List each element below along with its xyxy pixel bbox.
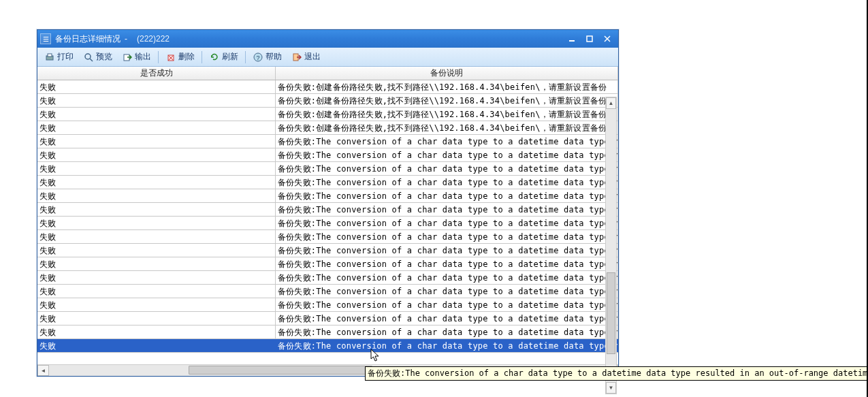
cell-status: 失败	[37, 230, 276, 243]
vscroll-thumb[interactable]	[607, 272, 615, 354]
cell-status: 失败	[37, 298, 276, 311]
toolbar-separator	[202, 51, 202, 63]
window-subtitle: (222)222	[137, 34, 170, 44]
maximize-button[interactable]	[581, 33, 598, 44]
cell-desc: 备份失败:创建备份路径失败,找不到路径\\192.168.4.34\beifen…	[276, 80, 618, 93]
title-bar[interactable]: ☰ 备份日志详细情况 - (222)222	[37, 30, 618, 48]
cell-desc: 备份失败:The conversion of a char data type …	[276, 312, 618, 325]
table-row[interactable]: 失败备份失败:The conversion of a char data typ…	[37, 285, 618, 298]
help-label: 帮助	[266, 51, 282, 63]
cell-status: 失败	[37, 312, 276, 325]
help-button[interactable]: ? 帮助	[248, 50, 286, 65]
exit-label: 退出	[304, 51, 321, 63]
svg-line-7	[90, 59, 93, 61]
cell-desc: 备份失败:创建备份路径失败,找不到路径\\192.168.4.34\beifen…	[276, 108, 618, 121]
cell-desc: 备份失败:The conversion of a char data type …	[276, 244, 618, 257]
cell-status: 失败	[37, 339, 276, 352]
scroll-left-button[interactable]: ◄	[37, 365, 49, 376]
table-row[interactable]: 失败备份失败:The conversion of a char data typ…	[37, 135, 618, 148]
cell-status: 失败	[37, 176, 276, 189]
cell-status: 失败	[37, 94, 276, 107]
table-row[interactable]: 失败备份失败:The conversion of a char data typ…	[37, 339, 618, 353]
delete-button[interactable]: 删除	[161, 50, 199, 65]
column-header-status[interactable]: 是否成功	[37, 67, 276, 80]
scroll-up-button[interactable]: ▲	[606, 97, 616, 109]
preview-button[interactable]: 预览	[79, 50, 116, 65]
preview-label: 预览	[96, 51, 112, 63]
table-row[interactable]: 失败备份失败:创建备份路径失败,找不到路径\\192.168.4.34\beif…	[37, 94, 618, 108]
grid-body[interactable]: 失败备份失败:创建备份路径失败,找不到路径\\192.168.4.34\beif…	[37, 80, 618, 364]
hscroll-thumb[interactable]	[189, 366, 372, 375]
table-row[interactable]: 失败备份失败:The conversion of a char data typ…	[37, 148, 618, 162]
cell-status: 失败	[37, 80, 276, 93]
svg-rect-1	[587, 36, 592, 42]
cell-desc: 备份失败:The conversion of a char data type …	[276, 162, 618, 175]
delete-icon	[165, 52, 176, 63]
cell-status: 失败	[37, 271, 276, 284]
table-row[interactable]: 失败备份失败:创建备份路径失败,找不到路径\\192.168.4.34\beif…	[37, 121, 618, 135]
export-button[interactable]: 输出	[118, 50, 155, 65]
cell-status: 失败	[37, 217, 276, 229]
window-title-sep: -	[125, 34, 127, 44]
table-row[interactable]: 失败备份失败:The conversion of a char data typ…	[37, 230, 618, 244]
table-row[interactable]: 失败备份失败:The conversion of a char data typ…	[37, 298, 618, 312]
cell-desc: 备份失败:创建备份路径失败,找不到路径\\192.168.4.34\beifen…	[276, 121, 618, 134]
cell-status: 失败	[37, 203, 276, 216]
scroll-down-button[interactable]: ▼	[606, 382, 616, 394]
cell-status: 失败	[37, 135, 276, 148]
table-row[interactable]: 失败备份失败:The conversion of a char data typ…	[37, 217, 618, 230]
cell-status: 失败	[37, 121, 276, 134]
table-row[interactable]: 失败备份失败:The conversion of a char data typ…	[37, 244, 618, 257]
grid-header[interactable]: 是否成功 备份说明	[37, 67, 618, 80]
toolbar-separator	[158, 51, 159, 63]
magnifier-icon	[83, 52, 94, 63]
cell-status: 失败	[37, 257, 276, 270]
close-button[interactable]	[599, 33, 615, 44]
cell-status: 失败	[37, 325, 276, 338]
table-row[interactable]: 失败备份失败:创建备份路径失败,找不到路径\\192.168.4.34\beif…	[37, 108, 618, 121]
svg-text:?: ?	[256, 54, 259, 61]
cell-status: 失败	[37, 285, 276, 298]
tooltip: 备份失败:The conversion of a char data type …	[365, 366, 868, 381]
toolbar-separator	[245, 51, 246, 63]
delete-label: 删除	[178, 51, 195, 63]
svg-rect-5	[48, 54, 52, 57]
table-row[interactable]: 失败备份失败:The conversion of a char data typ…	[37, 271, 618, 285]
window-title: 备份日志详细情况	[55, 33, 120, 45]
toolbar: 打印 预览 输出 删除 刷新 ? 帮助 退出	[37, 48, 618, 67]
cell-desc: 备份失败:The conversion of a char data type …	[276, 148, 618, 161]
print-button[interactable]: 打印	[40, 50, 78, 65]
cell-desc: 备份失败:创建备份路径失败,找不到路径\\192.168.4.34\beifen…	[276, 94, 618, 107]
minimize-button[interactable]	[564, 33, 580, 44]
cell-desc: 备份失败:The conversion of a char data type …	[276, 298, 618, 311]
table-row[interactable]: 失败备份失败:The conversion of a char data typ…	[37, 257, 618, 271]
table-row[interactable]: 失败备份失败:The conversion of a char data typ…	[37, 203, 618, 217]
refresh-button[interactable]: 刷新	[205, 50, 242, 65]
column-header-desc[interactable]: 备份说明	[276, 67, 618, 80]
log-detail-window: ☰ 备份日志详细情况 - (222)222 打印 预览 输出 删除	[37, 29, 619, 377]
table-row[interactable]: 失败备份失败:创建备份路径失败,找不到路径\\192.168.4.34\beif…	[37, 80, 618, 94]
table-row[interactable]: 失败备份失败:The conversion of a char data typ…	[37, 162, 618, 176]
table-row[interactable]: 失败备份失败:The conversion of a char data typ…	[37, 325, 618, 339]
vscroll-track[interactable]	[606, 109, 616, 382]
cell-desc: 备份失败:The conversion of a char data type …	[276, 189, 618, 202]
table-row[interactable]: 失败备份失败:The conversion of a char data typ…	[37, 176, 618, 189]
vertical-scrollbar[interactable]: ▲ ▼	[605, 97, 617, 394]
table-row[interactable]: 失败备份失败:The conversion of a char data typ…	[37, 189, 618, 203]
cell-desc: 备份失败:The conversion of a char data type …	[276, 217, 618, 229]
cell-desc: 备份失败:The conversion of a char data type …	[276, 135, 618, 148]
cell-desc: 备份失败:The conversion of a char data type …	[276, 271, 618, 284]
refresh-label: 刷新	[222, 51, 238, 63]
table-row[interactable]: 失败备份失败:The conversion of a char data typ…	[37, 312, 618, 325]
cell-status: 失败	[37, 108, 276, 121]
app-icon: ☰	[40, 33, 51, 44]
data-grid: 是否成功 备份说明 失败备份失败:创建备份路径失败,找不到路径\\192.168…	[37, 67, 618, 376]
printer-icon	[44, 52, 55, 63]
cell-desc: 备份失败:The conversion of a char data type …	[276, 230, 618, 243]
cell-status: 失败	[37, 244, 276, 257]
svg-point-6	[85, 54, 91, 59]
exit-button[interactable]: 退出	[287, 50, 325, 65]
print-label: 打印	[57, 51, 74, 63]
refresh-icon	[209, 52, 220, 63]
cell-status: 失败	[37, 148, 276, 161]
